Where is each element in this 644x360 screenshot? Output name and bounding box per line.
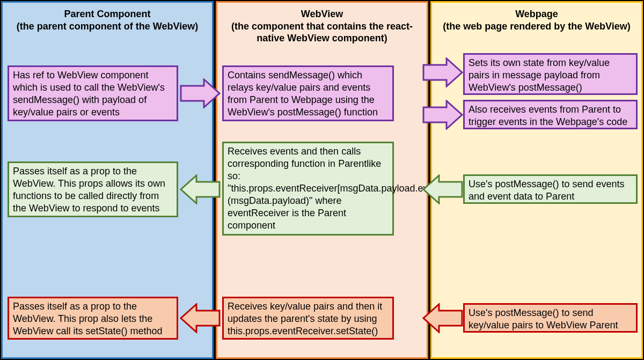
svg-marker-1	[423, 58, 462, 86]
box-red-parent: Passes itself as a prop to the WebView. …	[8, 297, 178, 340]
column-webview-title: WebView	[222, 8, 422, 20]
column-parent-header: Parent Component (the parent component o…	[7, 6, 208, 51]
arrow-left-icon	[422, 303, 463, 333]
column-parent-title: Parent Component	[7, 8, 208, 20]
svg-marker-6	[423, 304, 462, 332]
box-green-webpage: Use's postMessage() to send events and e…	[463, 174, 638, 204]
box-purple-webpage-top: Sets its own state from key/value pairs …	[463, 53, 638, 95]
box-red-webpage: Use's postMessage() to send key/value pa…	[463, 303, 638, 333]
box-purple-webpage-bottom: Also receives events from Parent to trig…	[463, 100, 638, 129]
arrow-left-icon	[180, 303, 221, 333]
column-webpage-header: Webpage (the web page rendered by the We…	[436, 6, 637, 51]
box-green-webview: Receives events and then calls correspon…	[222, 142, 394, 236]
svg-marker-0	[181, 79, 219, 107]
svg-marker-5	[181, 304, 219, 332]
svg-marker-4	[423, 175, 462, 203]
column-webview-subtitle: (the component that contains the react-n…	[222, 20, 422, 45]
arrow-right-icon	[422, 57, 463, 87]
column-parent-subtitle: (the parent component of the WebView)	[7, 20, 208, 33]
svg-marker-2	[423, 101, 462, 129]
box-red-webview: Receives key/value pairs and then it upd…	[222, 297, 394, 340]
arrow-left-icon	[422, 174, 463, 204]
arrow-left-icon	[180, 174, 221, 204]
svg-marker-3	[181, 175, 219, 203]
box-green-parent: Passes itself as a prop to the WebView. …	[8, 161, 178, 217]
column-webview-header: WebView (the component that contains the…	[222, 6, 422, 51]
column-webpage-title: Webpage	[436, 8, 637, 20]
box-purple-webview: Contains sendMessage() which relays key/…	[222, 65, 394, 121]
box-purple-parent: Has ref to WebView component which is us…	[8, 65, 178, 121]
column-webpage-subtitle: (the web page rendered by the WebView)	[436, 20, 637, 33]
arrow-right-icon	[422, 100, 463, 130]
arrow-right-icon	[180, 78, 221, 108]
